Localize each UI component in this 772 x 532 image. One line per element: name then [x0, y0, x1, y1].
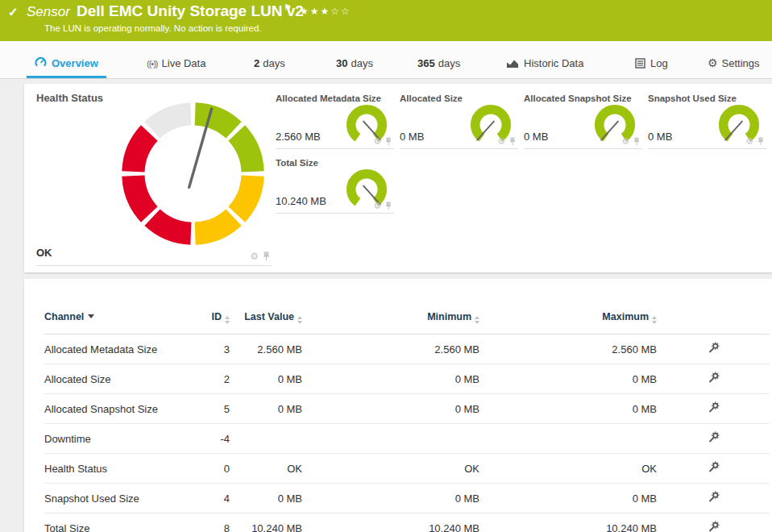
channel-id: 3 [185, 335, 230, 364]
gauge-value: 0 MB [400, 131, 424, 143]
health-status-value: OK [36, 247, 52, 259]
flag-icon[interactable]: ⚑ [284, 2, 292, 13]
column-header-last-value[interactable]: Last Value [230, 303, 302, 335]
tab-label: Historic Data [524, 57, 583, 69]
area-chart-icon [506, 52, 519, 77]
gear-icon[interactable]: ⚙ [373, 137, 381, 146]
table-row[interactable]: Snapshot Used Size 4 0 MB 0 MB 0 MB [44, 484, 770, 513]
channel-id: 0 [185, 454, 230, 484]
health-status-gauge [114, 95, 272, 252]
column-header-maximum[interactable]: Maximum [479, 303, 657, 335]
channel-id: 8 [185, 513, 230, 532]
log-icon [635, 52, 645, 77]
health-status-title: Health Status [36, 92, 103, 104]
tab-log[interactable]: Log [627, 51, 676, 78]
pin-icon[interactable] [263, 251, 270, 261]
channel-maximum: 2.560 MB [479, 335, 657, 364]
column-header-channel[interactable]: Channel [44, 303, 185, 335]
tab-label: Overview [52, 57, 98, 69]
sort-icon [652, 316, 657, 324]
channel-minimum: 0 MB [302, 394, 479, 424]
channel-id: 4 [185, 484, 230, 513]
channel-name: Allocated Snapshot Size [44, 394, 185, 424]
tab-365-days[interactable]: 365days [409, 51, 468, 78]
channel-settings-icon[interactable] [708, 521, 720, 532]
channel-settings-icon[interactable] [708, 342, 720, 356]
channel-name: Health Status [44, 454, 185, 484]
table-row[interactable]: Allocated Snapshot Size 5 0 MB 0 MB 0 MB [44, 394, 770, 424]
gauges-panel: Health Status OK ⚙ Allocated Metadata Si… [24, 84, 772, 272]
channel-minimum: 2.560 MB [302, 335, 479, 364]
pin-icon[interactable] [757, 137, 764, 146]
tab-label: Live Data [162, 57, 206, 69]
tab-overview[interactable]: Overview [27, 51, 106, 78]
mini-gauge-grid: Allocated Metadata Size 2.560 MB ⚙ Alloc… [276, 92, 766, 214]
channel-last-value: 10.240 MB [230, 513, 302, 532]
gauge-card-snapshot-used-size: Snapshot Used Size 0 MB ⚙ [648, 92, 766, 149]
table-row[interactable]: Health Status 0 OK OK OK [44, 454, 770, 484]
priority-stars[interactable]: ★★★☆☆ [300, 6, 351, 17]
pin-icon[interactable] [385, 202, 392, 210]
channel-maximum [479, 424, 657, 454]
sensor-title: Dell EMC Unity Storage LUN v2 [77, 2, 304, 20]
sort-icon [475, 316, 479, 324]
tab-settings[interactable]: ⚙Settings [699, 51, 768, 78]
channel-maximum: 10.240 MB [479, 513, 657, 532]
gear-icon[interactable]: ⚙ [250, 251, 259, 261]
channel-last-value: OK [230, 454, 302, 484]
gear-icon[interactable]: ⚙ [745, 137, 753, 146]
broadcast-icon: ((•)) [147, 59, 158, 69]
channel-minimum: 0 MB [302, 364, 479, 394]
gear-icon[interactable]: ⚙ [621, 137, 629, 146]
table-row[interactable]: Allocated Metadata Size 3 2.560 MB 2.560… [44, 335, 770, 364]
channel-minimum [302, 424, 479, 454]
tab-label: Log [650, 57, 668, 69]
table-row[interactable]: Downtime -4 [44, 424, 770, 454]
gauge-card-total-size: Total Size 10.240 MB ⚙ [276, 156, 394, 214]
tab-label: days [263, 57, 284, 69]
gauge-value: 0 MB [524, 131, 548, 143]
channel-settings-icon[interactable] [708, 461, 720, 476]
table-row[interactable]: Allocated Size 2 0 MB 0 MB 0 MB [44, 364, 770, 394]
channel-settings-icon[interactable] [708, 372, 720, 386]
gear-icon[interactable]: ⚙ [497, 137, 505, 146]
column-header-id[interactable]: ID [185, 303, 230, 335]
gauge-icon [35, 52, 47, 77]
channels-table: Channel ID Last Value Minimum Maximum Al… [44, 303, 770, 532]
pin-icon[interactable] [633, 137, 640, 146]
table-row[interactable]: Total Size 8 10.240 MB 10.240 MB 10.240 … [44, 513, 770, 532]
tab-bar: Overview ((•))Live Data 2days 30days 365… [0, 41, 772, 79]
pin-icon[interactable] [509, 137, 516, 146]
status-ok-check-icon: ✓ [8, 5, 19, 19]
channel-name: Downtime [44, 424, 185, 454]
gear-icon[interactable]: ⚙ [373, 202, 381, 210]
column-header-minimum[interactable]: Minimum [302, 303, 479, 335]
channel-settings-icon[interactable] [708, 491, 720, 505]
tab-30-days[interactable]: 30days [328, 51, 381, 78]
channel-maximum: 0 MB [479, 394, 657, 424]
gauge-card-allocated-snapshot-size: Allocated Snapshot Size 0 MB ⚙ [524, 92, 642, 149]
sensor-kind-label: Sensor [27, 4, 70, 20]
gear-icon: ⚙ [708, 56, 718, 69]
sort-icon [297, 316, 302, 324]
tab-live-data[interactable]: ((•))Live Data [139, 51, 214, 78]
channel-id: -4 [185, 424, 230, 454]
channel-settings-icon[interactable] [708, 431, 720, 446]
gauge-card-allocated-size: Allocated Size 0 MB ⚙ [400, 92, 518, 149]
pin-icon[interactable] [385, 137, 392, 146]
tab-label: Settings [722, 57, 760, 69]
sort-desc-icon [88, 314, 94, 318]
tab-historic-data[interactable]: Historic Data [498, 51, 591, 78]
channel-name: Allocated Metadata Size [44, 335, 185, 364]
sort-icon [225, 316, 230, 324]
tab-2-days[interactable]: 2days [246, 51, 293, 78]
channel-minimum: OK [302, 454, 479, 484]
channels-panel: Channel ID Last Value Minimum Maximum Al… [24, 279, 772, 532]
sensor-status-message: The LUN is operating normally. No action… [44, 23, 262, 33]
health-status-row: OK ⚙ [36, 245, 272, 266]
channel-id: 5 [185, 394, 230, 424]
channel-name: Snapshot Used Size [44, 484, 185, 513]
tab-label: days [351, 57, 372, 69]
channel-settings-icon[interactable] [708, 401, 720, 416]
gauge-value: 0 MB [648, 131, 672, 143]
